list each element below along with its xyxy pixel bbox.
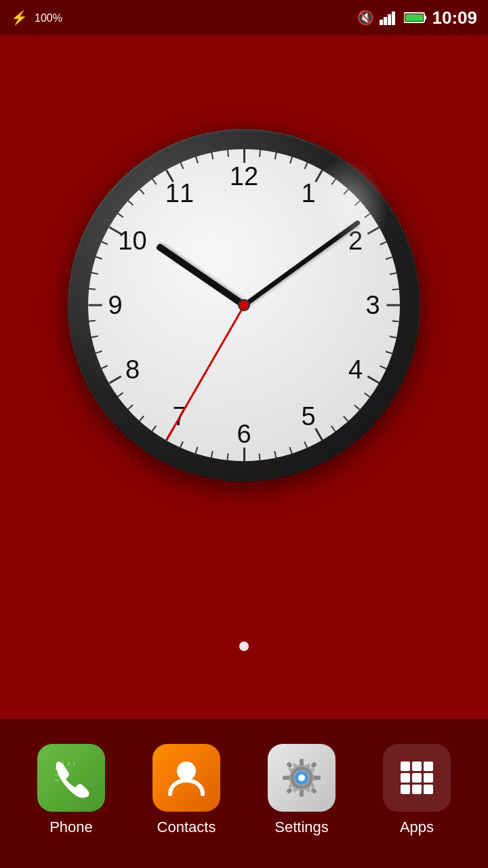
clock-number-8: 8 — [115, 353, 149, 387]
status-right: 🔇 10:09 — [357, 7, 478, 28]
contacts-label: Contacts — [157, 818, 216, 836]
dock-item-contacts[interactable]: Contacts — [139, 744, 234, 836]
clock-time: 10:09 — [432, 7, 478, 28]
svg-rect-25 — [286, 787, 293, 794]
svg-rect-29 — [401, 762, 410, 771]
clock-face: 121234567891011 — [88, 149, 400, 461]
page-indicator — [239, 642, 249, 651]
phone-label: Phone — [49, 818, 93, 836]
svg-rect-23 — [286, 762, 293, 768]
tick-7 — [344, 189, 349, 195]
mute-icon: 🔇 — [357, 9, 374, 26]
page-dot-active — [239, 642, 249, 651]
clock-number-10: 10 — [115, 224, 149, 258]
phone-icon — [49, 756, 93, 800]
svg-rect-37 — [424, 785, 433, 794]
svg-rect-32 — [401, 773, 410, 783]
clock-number-12: 12 — [227, 159, 261, 193]
svg-point-28 — [298, 774, 305, 781]
svg-rect-6 — [405, 14, 423, 21]
svg-rect-20 — [300, 790, 304, 797]
clock-number-6: 6 — [227, 417, 261, 451]
svg-rect-21 — [283, 776, 289, 780]
tick-6 — [331, 178, 336, 184]
phone-icon-bg — [37, 744, 105, 812]
tick-10 — [367, 226, 380, 235]
dock-item-apps[interactable]: Apps — [369, 744, 464, 836]
apps-label: Apps — [400, 818, 434, 836]
status-bar: ⚡ 100% 🔇 10:09 — [0, 0, 488, 35]
dock: Phone Contacts — [0, 719, 488, 868]
clock-number-9: 9 — [98, 288, 132, 322]
clock-outer: 121234567891011 — [68, 129, 420, 481]
svg-rect-35 — [401, 785, 410, 794]
clock-number-1: 1 — [291, 176, 325, 210]
svg-rect-5 — [424, 16, 426, 20]
center-dot — [238, 299, 250, 311]
contacts-icon-bg — [152, 744, 220, 812]
svg-rect-0 — [380, 20, 383, 25]
clock-number-4: 4 — [339, 353, 373, 387]
apps-icon-bg — [383, 744, 451, 812]
clock-number-5: 5 — [291, 400, 325, 434]
tick-8 — [354, 201, 360, 206]
svg-rect-31 — [424, 762, 433, 771]
settings-label: Settings — [274, 818, 329, 836]
svg-rect-36 — [412, 785, 422, 794]
svg-rect-1 — [384, 17, 387, 25]
clock-number-2: 2 — [339, 224, 373, 258]
svg-rect-3 — [392, 12, 395, 25]
svg-rect-19 — [300, 759, 304, 766]
settings-icon — [280, 756, 323, 800]
dock-item-settings[interactable]: Settings — [254, 744, 349, 836]
tick-9 — [365, 213, 371, 218]
battery-small-label: 100% — [35, 12, 62, 24]
settings-icon-bg — [268, 744, 336, 812]
clock-number-11: 11 — [163, 176, 197, 210]
svg-rect-33 — [412, 773, 422, 783]
svg-rect-26 — [310, 787, 317, 794]
svg-rect-2 — [388, 14, 391, 25]
contacts-icon — [165, 756, 208, 800]
status-left: ⚡ 100% — [11, 9, 62, 26]
svg-rect-24 — [310, 762, 317, 768]
dock-item-phone[interactable]: Phone — [24, 744, 119, 836]
svg-rect-22 — [314, 776, 321, 780]
usb-icon: ⚡ — [11, 9, 28, 26]
clock-widget: 121234567891011 — [54, 81, 434, 529]
svg-rect-30 — [412, 762, 422, 771]
clock-number-3: 3 — [356, 288, 390, 322]
battery-icon — [404, 12, 427, 24]
apps-icon — [395, 756, 439, 800]
signal-icon — [380, 10, 399, 25]
svg-rect-34 — [424, 773, 433, 783]
svg-point-13 — [177, 762, 196, 781]
